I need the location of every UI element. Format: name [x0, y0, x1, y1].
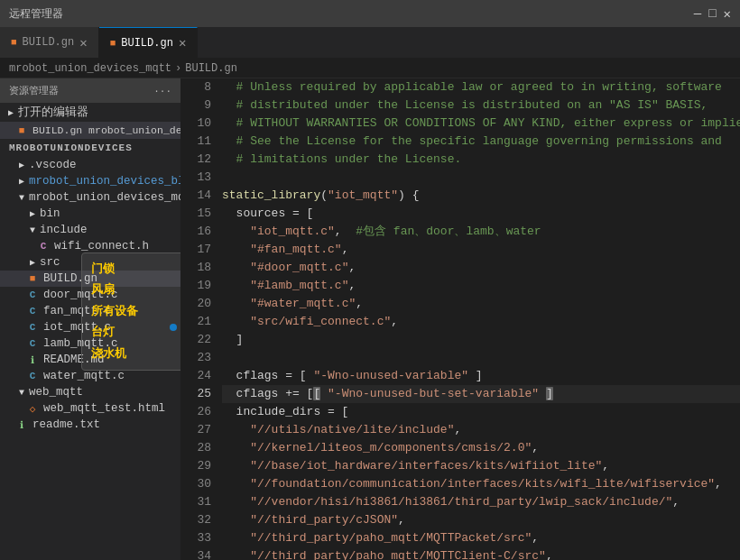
open-editors-chevron: ▶	[4, 107, 18, 118]
line-num-14: 14	[180, 187, 211, 205]
tab-buildgn-active[interactable]: ■ BUILD.gn ✕	[99, 27, 199, 58]
code-line-33: "//third_party/paho_mqtt/MQTTPacket/src"…	[222, 529, 740, 547]
code-content[interactable]: # Unless required by applicable law or a…	[218, 78, 740, 560]
code-line-29: "//base/iot_hardware/interfaces/kits/wif…	[222, 457, 740, 475]
sidebar-item-readmetxt[interactable]: ℹ readme.txt	[0, 417, 180, 433]
code-line-17: "#fan_mqtt.c",	[222, 241, 740, 259]
tab-close-icon[interactable]: ✕	[79, 35, 87, 50]
project-name[interactable]: MROBOTUNIONDEVICES	[0, 139, 180, 157]
src-chevron: ▶	[25, 257, 40, 268]
sidebar-item-door[interactable]: C door_mqtt.c	[0, 287, 180, 303]
sidebar-item-readme[interactable]: ℹ README.md	[0, 352, 180, 368]
wifi-connect-h-label: wifi_connect.h	[54, 240, 149, 252]
open-file-label: BUILD.gn mrobot_union_devices_...	[32, 124, 180, 136]
code-editor[interactable]: 8910111213141516171819202122232425262728…	[180, 78, 740, 560]
sidebar-item-bin[interactable]: ▶ bin	[0, 206, 180, 222]
sidebar-item-fan[interactable]: C fan_mqtt.c	[0, 303, 180, 319]
line-num-31: 31	[180, 493, 211, 511]
html-label: web_mqtt_test.html	[43, 402, 165, 415]
sidebar-item-src[interactable]: ▶ src	[0, 254, 180, 271]
readme-icon: ℹ	[25, 354, 40, 366]
blue-chevron: ▶	[14, 176, 29, 187]
lamb-c-icon: C	[25, 338, 40, 349]
line-num-29: 29	[180, 457, 211, 475]
water-c-icon: C	[25, 371, 40, 381]
src-label: src	[40, 256, 60, 269]
code-line-10: # WITHOUT WARRANTIES OR CONDITIONS OF AN…	[222, 115, 740, 133]
mqtt-label: mrobot_union_devices_mqtt	[29, 191, 180, 204]
title-bar-text: 远程管理器	[9, 6, 63, 22]
line-num-15: 15	[180, 205, 211, 223]
line-num-9: 9	[180, 96, 211, 115]
sidebar-item-vscode[interactable]: ▶ .vscode	[0, 157, 180, 173]
code-line-28: "//kernel/liteos_m/components/cmsis/2.0"…	[222, 439, 740, 457]
open-editors-label: 打开的编辑器	[18, 105, 88, 120]
code-line-26: include_dirs = [	[222, 403, 740, 421]
tab-buildgn-inactive[interactable]: ■ BUILD.gn ✕	[0, 27, 99, 58]
close-icon[interactable]: ✕	[724, 6, 731, 22]
sidebar-item-blue[interactable]: ▶ mrobot_union_devices_blue	[0, 173, 180, 189]
iot-label: iot_mqtt.c	[43, 321, 111, 334]
include-chevron: ▼	[25, 225, 40, 235]
code-line-22: ]	[222, 331, 740, 349]
code-line-8: # Unless required by applicable law or a…	[222, 78, 740, 96]
build-file-icon: ■	[14, 125, 29, 136]
breadcrumb: mrobot_union_devices_mqtt › BUILD.gn	[0, 59, 740, 78]
code-area: 8910111213141516171819202122232425262728…	[180, 78, 740, 560]
line-num-25: 25	[180, 385, 211, 403]
line-num-12: 12	[180, 151, 211, 169]
line-num-27: 27	[180, 421, 211, 439]
sidebar-header-text: 资源管理器	[9, 84, 59, 97]
line-num-16: 16	[180, 223, 211, 241]
line-num-13: 13	[180, 169, 211, 187]
line-num-24: 24	[180, 367, 211, 385]
code-line-32: "//third_party/cJSON",	[222, 511, 740, 529]
line-num-22: 22	[180, 331, 211, 349]
webmqtt-label: web_mqtt	[29, 386, 83, 399]
iot-c-icon: C	[25, 322, 40, 333]
blue-label: mrobot_union_devices_blue	[29, 175, 180, 188]
breadcrumb-part2[interactable]: BUILD.gn	[185, 62, 237, 75]
build-label: BUILD.gn	[43, 272, 97, 285]
main-area: 资源管理器 ··· ▶ 打开的编辑器 ■ BUILD.gn mrobot_uni…	[0, 78, 740, 560]
code-line-9: # distributed under the License is distr…	[222, 96, 740, 115]
sidebar-header-icons: ···	[153, 86, 171, 96]
breadcrumb-sep1: ›	[175, 62, 181, 75]
breadcrumb-part1[interactable]: mrobot_union_devices_mqtt	[9, 62, 171, 75]
sidebar-item-lamb[interactable]: C lamb_mqtt.c	[0, 335, 180, 352]
line-num-28: 28	[180, 439, 211, 457]
sidebar-item-wifi-connect-h[interactable]: C wifi_connect.h	[0, 238, 180, 254]
tab-icon-build-active: ■	[110, 38, 116, 49]
vscode-label: .vscode	[29, 159, 77, 171]
open-editors-section[interactable]: ▶ 打开的编辑器	[0, 103, 180, 122]
sidebar-item-include[interactable]: ▼ include	[0, 222, 180, 238]
door-label: door_mqtt.c	[43, 289, 118, 301]
sidebar-item-mqtt[interactable]: ▼ mrobot_union_devices_mqtt	[0, 189, 180, 206]
sidebar-header: 资源管理器 ···	[0, 78, 180, 103]
sidebar-item-webmqtt[interactable]: ▼ web_mqtt	[0, 384, 180, 400]
build-icon: ■	[25, 273, 40, 284]
tab-bar: ■ BUILD.gn ✕ ■ BUILD.gn ✕	[0, 27, 740, 59]
bin-label: bin	[40, 207, 60, 220]
code-line-16: "iot_mqtt.c", #包含 fan、door、lamb、water	[222, 223, 740, 241]
tab-icon-build: ■	[11, 37, 17, 48]
iot-dot	[170, 324, 177, 331]
sidebar-item-iot[interactable]: C iot_mqtt.c	[0, 319, 180, 335]
code-line-20: "#water_mqtt.c",	[222, 295, 740, 313]
minimize-icon[interactable]: —	[694, 6, 701, 22]
sidebar-more-icon[interactable]: ···	[153, 86, 171, 96]
tab-close-active-icon[interactable]: ✕	[179, 35, 186, 50]
code-line-13	[222, 169, 740, 187]
sidebar-item-water[interactable]: C water_mqtt.c	[0, 368, 180, 384]
code-line-15: sources = [	[222, 205, 740, 223]
sidebar-item-build[interactable]: ■ BUILD.gn	[0, 271, 180, 287]
sidebar-item-html[interactable]: ◇ web_mqtt_test.html	[0, 400, 180, 417]
fan-label: fan_mqtt.c	[43, 305, 111, 317]
tab-label-inactive: BUILD.gn	[23, 36, 75, 49]
code-line-23	[222, 349, 740, 367]
open-file-item[interactable]: ■ BUILD.gn mrobot_union_devices_... ✕	[0, 122, 180, 139]
line-numbers: 8910111213141516171819202122232425262728…	[180, 78, 218, 560]
line-num-32: 32	[180, 511, 211, 529]
line-num-10: 10	[180, 115, 211, 133]
maximize-icon[interactable]: □	[708, 6, 716, 22]
